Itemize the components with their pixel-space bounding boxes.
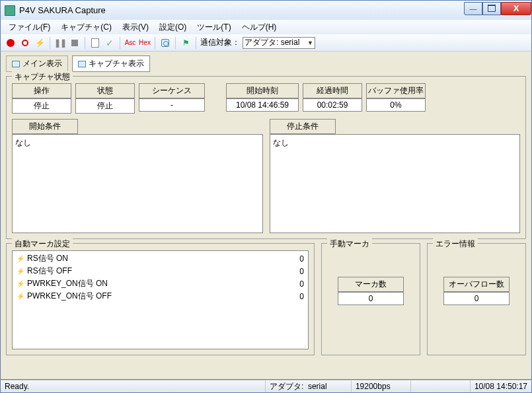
val-sequence: - xyxy=(139,98,205,112)
manual-marker-group: 手動マーカ マーカ数 0 xyxy=(321,243,420,355)
marker-icon: ⚡ xyxy=(17,255,24,262)
search-button[interactable] xyxy=(159,37,171,49)
hex-button[interactable]: Hex xyxy=(139,37,151,49)
menu-tools[interactable]: ツール(T) xyxy=(192,20,236,34)
app-icon xyxy=(5,5,15,16)
separator xyxy=(120,37,120,49)
window-title: P4V SAKURA Capture xyxy=(19,5,464,15)
state-row: 操作 停止 状態 停止 シーケンス - 開始時刻 10/08 14:46:59 … xyxy=(12,83,520,114)
tabs: メイン表示 キャプチャ表示 xyxy=(6,55,526,72)
menu-file[interactable]: ファイル(F) xyxy=(3,20,56,34)
auto-marker-group: 自動マーカ設定 ⚡ RS信号 ON 0 ⚡ RS信号 OFF 0 ⚡ PWRKE… xyxy=(6,243,315,355)
marker-count: 0 xyxy=(291,292,304,301)
stop-button[interactable] xyxy=(69,37,81,49)
list-item[interactable]: ⚡ RS信号 OFF 0 xyxy=(14,265,307,277)
chevron-down-icon: ▼ xyxy=(307,40,313,46)
marker-label: PWRKEY_ON信号 OFF xyxy=(27,291,291,302)
client-area: メイン表示 キャプチャ表示 キャプチャ状態 操作 停止 状態 停止 シーケンス … xyxy=(0,52,532,380)
status-adapter-label: アダプタ: xyxy=(270,381,303,392)
val-elapsed: 00:02:59 xyxy=(303,98,362,112)
marker-count-label: マーカ数 xyxy=(338,277,404,292)
status-clock: 10/08 14:50:17 xyxy=(471,380,531,392)
status-ready: Ready. xyxy=(1,380,266,392)
document-button[interactable] xyxy=(89,37,101,49)
marker-list[interactable]: ⚡ RS信号 ON 0 ⚡ RS信号 OFF 0 ⚡ PWRKEY_ON信号 O… xyxy=(12,250,309,349)
menu-help[interactable]: ヘルプ(H) xyxy=(237,20,282,34)
ascii-button[interactable]: Asc xyxy=(124,37,136,49)
marker-count: 0 xyxy=(291,279,304,289)
status-adapter-value: serial xyxy=(308,382,327,391)
status-spacer xyxy=(411,380,471,392)
overflow-label: オーバフロー数 xyxy=(443,277,510,292)
val-start-time: 10/08 14:46:59 xyxy=(226,98,299,112)
pause-button[interactable]: ❚❚ xyxy=(54,37,66,49)
list-item[interactable]: ⚡ PWRKEY_ON信号 ON 0 xyxy=(14,277,307,290)
tab-capture-label: キャプチャ表示 xyxy=(89,58,144,69)
record-button[interactable] xyxy=(5,37,17,49)
tab-icon xyxy=(12,61,20,67)
separator xyxy=(175,37,176,49)
separator xyxy=(155,37,155,49)
menu-capture[interactable]: キャプチャ(C) xyxy=(56,20,117,34)
window-buttons: — X xyxy=(464,2,531,15)
marker-count: 0 xyxy=(291,267,304,276)
val-operation: 停止 xyxy=(12,98,71,114)
target-label: 通信対象： xyxy=(200,37,240,48)
val-buffer: 0% xyxy=(366,98,426,112)
record-pause-button[interactable] xyxy=(19,37,31,49)
error-info-group: エラー情報 オーバフロー数 0 xyxy=(427,243,526,355)
check-button[interactable]: ✓ xyxy=(104,37,116,49)
tab-main[interactable]: メイン表示 xyxy=(6,55,68,72)
marker-label: RS信号 OFF xyxy=(27,266,291,277)
marker-icon: ⚡ xyxy=(17,268,24,275)
toolbar: ⚡ ❚❚ ✓ Asc Hex ⚑ 通信対象： アダプタ: serial ▼ xyxy=(0,34,532,52)
maximize-button[interactable] xyxy=(482,2,501,15)
menu-settings[interactable]: 設定(O) xyxy=(154,20,192,34)
hdr-start-time: 開始時刻 xyxy=(226,83,299,98)
marker-label: RS信号 ON xyxy=(27,253,291,264)
hdr-buffer: バッファ使用率 xyxy=(366,83,426,98)
menubar: ファイル(F) キャプチャ(C) 表示(V) 設定(O) ツール(T) ヘルプ(… xyxy=(0,20,532,34)
list-item[interactable]: ⚡ PWRKEY_ON信号 OFF 0 xyxy=(14,290,307,303)
target-value: アダプタ: serial xyxy=(245,37,299,48)
separator xyxy=(85,37,85,49)
list-item[interactable]: ⚡ RS信号 ON 0 xyxy=(14,252,307,265)
capture-state-group: キャプチャ状態 操作 停止 状態 停止 シーケンス - 開始時刻 10/08 1… xyxy=(6,76,526,239)
hdr-elapsed: 経過時間 xyxy=(303,83,362,98)
target-combo[interactable]: アダプタ: serial ▼ xyxy=(243,37,315,49)
minimize-button[interactable]: — xyxy=(464,2,482,15)
titlebar: P4V SAKURA Capture — X xyxy=(0,0,532,20)
tab-icon xyxy=(78,61,86,67)
menu-view[interactable]: 表示(V) xyxy=(117,20,154,34)
marker-icon: ⚡ xyxy=(17,293,24,300)
val-state: 停止 xyxy=(75,98,135,114)
trigger-button[interactable]: ⚡ xyxy=(34,37,46,49)
marker-count-value: 0 xyxy=(338,292,404,305)
capture-state-legend: キャプチャ状態 xyxy=(12,71,73,83)
marker-count: 0 xyxy=(291,254,304,264)
tab-capture[interactable]: キャプチャ表示 xyxy=(72,55,150,72)
condition-row: 開始条件 なし 停止条件 なし xyxy=(12,119,520,233)
start-cond-value: なし xyxy=(15,138,31,147)
marker-label: PWRKEY_ON信号 ON xyxy=(27,278,291,289)
flag-button[interactable]: ⚑ xyxy=(180,37,192,49)
overflow-value: 0 xyxy=(443,292,510,305)
separator xyxy=(196,37,196,49)
start-cond-header: 開始条件 xyxy=(12,119,78,134)
marker-icon: ⚡ xyxy=(17,280,24,287)
tab-main-label: メイン表示 xyxy=(22,58,62,69)
statusbar: Ready. アダプタ: serial 19200bps 10/08 14:50… xyxy=(0,380,532,393)
bottom-row: 自動マーカ設定 ⚡ RS信号 ON 0 ⚡ RS信号 OFF 0 ⚡ PWRKE… xyxy=(6,243,526,359)
manual-marker-legend: 手動マーカ xyxy=(327,238,372,250)
status-baud: 19200bps xyxy=(352,380,411,392)
auto-marker-legend: 自動マーカ設定 xyxy=(12,238,73,250)
separator xyxy=(50,37,50,49)
hdr-operation: 操作 xyxy=(12,83,71,98)
close-button[interactable]: X xyxy=(501,2,531,15)
status-adapter: アダプタ: serial xyxy=(266,380,352,392)
stop-cond-value: なし xyxy=(273,138,289,147)
stop-cond-header: 停止条件 xyxy=(270,119,336,134)
hdr-sequence: シーケンス xyxy=(139,83,205,98)
error-info-legend: エラー情報 xyxy=(433,238,478,250)
stop-cond-box: なし xyxy=(270,134,521,233)
